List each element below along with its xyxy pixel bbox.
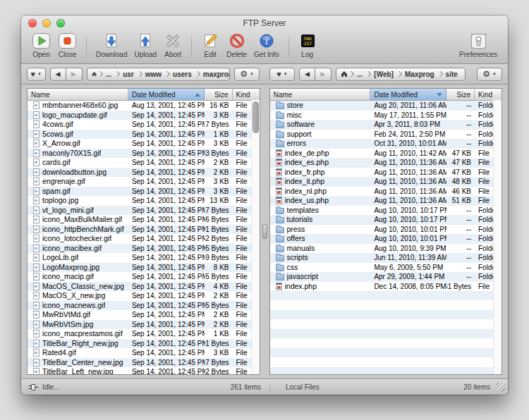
column-header-kind[interactable]: Kind bbox=[233, 89, 252, 100]
file-row[interactable]: index_fr.phpAug 11, 2010, 11:36 AM47 KBF… bbox=[270, 168, 494, 178]
panel-splitter[interactable] bbox=[260, 88, 269, 375]
column-header-kind[interactable]: Kind bbox=[475, 89, 494, 100]
file-row[interactable]: templatesAug 10, 2010, 10:17 PM--Folder bbox=[270, 206, 494, 216]
folder-icon bbox=[276, 246, 284, 252]
log-button[interactable]: PWD 257 Log bbox=[298, 32, 317, 58]
file-row[interactable]: MwRbVtSm.jpgSep 14, 2001, 12:45 PM2 KBFi… bbox=[28, 320, 252, 330]
file-row[interactable]: LogoLib.gifSep 14, 2001, 12:45 PM249 Byt… bbox=[28, 253, 252, 263]
file-row[interactable]: vt_logo_mini.gifSep 14, 2001, 12:45 PM94… bbox=[28, 206, 252, 216]
file-row[interactable]: errorsOct 31, 2010, 10:01 AM--Folder bbox=[270, 139, 494, 149]
get-info-button[interactable]: i Get Info bbox=[254, 32, 279, 58]
titlebar[interactable]: FTP Server bbox=[21, 16, 508, 31]
file-row[interactable]: javascriptApr 29, 2009, 1:44 PM--Folder bbox=[270, 272, 494, 282]
file-row[interactable]: miscMay 17, 2011, 1:55 PM--Folder bbox=[270, 111, 494, 121]
file-row[interactable]: icono_lotochecker.gifSep 14, 2001, 12:45… bbox=[28, 234, 252, 244]
left-scrollbar-thumb[interactable] bbox=[253, 101, 259, 133]
home-icon[interactable] bbox=[92, 70, 97, 78]
forward-button[interactable]: ▶ bbox=[66, 68, 83, 81]
file-row[interactable]: index_de.phpAug 11, 2010, 11:42 AM47 KBF… bbox=[270, 149, 494, 159]
close-button[interactable]: Close bbox=[58, 32, 77, 58]
open-button[interactable]: Open bbox=[32, 32, 51, 58]
file-row[interactable]: icono_macibex.gifSep 14, 2001, 12:45 PM2… bbox=[28, 244, 252, 254]
breadcrumb-item[interactable]: usr bbox=[120, 70, 137, 78]
edit-button[interactable]: Edit bbox=[201, 32, 219, 58]
favorites-menu-button[interactable]: ♥ ▼ bbox=[269, 68, 295, 81]
left-action-menu-button[interactable]: ⚙ ▼ bbox=[234, 68, 260, 81]
column-header-date-modified[interactable]: Date Modified bbox=[128, 89, 205, 100]
breadcrumb-item[interactable]: ... bbox=[103, 70, 114, 78]
file-row[interactable]: pressAug 10, 2010, 10:01 PM--Folder bbox=[270, 225, 494, 235]
file-row[interactable]: 5cows.gifSep 14, 2001, 12:45 PM1 KBFile bbox=[28, 130, 252, 140]
right-action-menu-button[interactable]: ⚙ ▼ bbox=[477, 68, 502, 81]
size-cell: 1 KB bbox=[205, 329, 233, 339]
file-row[interactable]: index_nl.phpAug 11, 2010, 11:36 AM46 KBF… bbox=[270, 187, 494, 197]
file-row[interactable]: 4cows.gifSep 14, 2001, 12:45 PM917 Bytes… bbox=[28, 120, 252, 130]
file-row[interactable]: engrenaje.gifSep 14, 2001, 12:45 PM3 KBF… bbox=[28, 177, 252, 187]
file-row[interactable]: icono_MaxBulkMailer.gifSep 14, 2001, 12:… bbox=[28, 215, 252, 225]
favorites-menu-button[interactable]: ♥ ▼ bbox=[27, 68, 46, 81]
column-header-size[interactable]: Size bbox=[205, 89, 233, 100]
file-row[interactable]: icono_macnews.gifSep 14, 2001, 12:45 PM3… bbox=[28, 301, 252, 311]
right-scrollbar[interactable] bbox=[493, 100, 501, 374]
kind-cell: Folder bbox=[475, 101, 494, 111]
file-row[interactable]: LogoMaxprog.jpgSep 14, 2001, 12:45 PM8 K… bbox=[28, 263, 252, 273]
column-header-name[interactable]: Name bbox=[28, 89, 128, 100]
file-row[interactable]: index_it.phpAug 11, 2010, 11:36 AM48 KBF… bbox=[270, 177, 494, 187]
close-window-button[interactable] bbox=[28, 19, 37, 27]
file-row[interactable]: TitleBar_Left_new.jpgSep 14, 2001, 12:45… bbox=[28, 367, 252, 374]
breadcrumb-item[interactable]: site bbox=[443, 70, 461, 78]
file-row[interactable]: cssMay 6, 2009, 5:50 PM--Folder bbox=[270, 263, 494, 273]
file-row[interactable]: mbmbanner468x60.jpgAug 13, 2001, 12:45 P… bbox=[28, 101, 252, 111]
breadcrumb-item[interactable]: Maxprog bbox=[402, 70, 437, 78]
file-row[interactable]: MwRbVtMd.gifSep 14, 2001, 12:45 PM2 KBFi… bbox=[28, 310, 252, 320]
file-row[interactable]: spam.gifSep 14, 2001, 12:45 PM3 KBFile bbox=[28, 187, 252, 197]
delete-button[interactable]: Delete bbox=[226, 32, 247, 58]
back-button[interactable]: ◀ bbox=[299, 68, 315, 81]
forward-button[interactable]: ▶ bbox=[315, 68, 332, 81]
splitter-handle-icon[interactable] bbox=[262, 224, 267, 239]
file-row[interactable]: logo_macupdate.gifSep 14, 2001, 12:45 PM… bbox=[28, 111, 252, 121]
column-header-name[interactable]: Name bbox=[270, 89, 371, 100]
left-scrollbar[interactable] bbox=[251, 100, 260, 374]
file-row[interactable]: MacOS_X_new.jpgSep 14, 2001, 12:45 PM2 K… bbox=[28, 291, 252, 301]
preferences-button[interactable]: Preferences bbox=[459, 32, 497, 58]
minimize-window-button[interactable] bbox=[42, 19, 51, 27]
file-row[interactable]: TitleBar_Center_new.jpgSep 14, 2001, 12:… bbox=[28, 358, 252, 368]
file-row[interactable]: maconly70X15.gifSep 14, 2001, 12:45 PM53… bbox=[28, 149, 252, 159]
file-row[interactable]: scriptsJun 11, 2010, 11:39 AM--Folder bbox=[270, 253, 494, 263]
file-row[interactable]: icono_macip.gifSep 14, 2001, 12:45 PM355… bbox=[28, 272, 252, 282]
breadcrumb-item[interactable]: [Web] bbox=[371, 70, 396, 78]
back-button[interactable]: ◀ bbox=[50, 68, 66, 81]
column-header-date-modified[interactable]: Date Modified bbox=[370, 89, 446, 100]
breadcrumb-item[interactable]: ... bbox=[354, 70, 365, 78]
file-row[interactable]: TitleBar_Right_new.jpgSep 14, 2001, 12:4… bbox=[28, 339, 252, 349]
breadcrumb-item[interactable]: users bbox=[170, 70, 195, 78]
file-row[interactable]: X_Arrow.gifSep 14, 2001, 12:45 PM3 KBFil… bbox=[28, 139, 252, 149]
download-button[interactable]: Download bbox=[96, 32, 127, 58]
column-header-size[interactable]: Size bbox=[446, 89, 475, 100]
file-row[interactable]: toplogo.jpgSep 14, 2001, 12:45 PM13 KBFi… bbox=[28, 196, 252, 206]
file-row[interactable]: cards.gifSep 14, 2001, 12:45 PM2 KBFile bbox=[28, 158, 252, 168]
breadcrumb-item[interactable]: www bbox=[142, 70, 164, 78]
home-icon[interactable] bbox=[341, 70, 348, 78]
file-row[interactable]: Rated4.gifSep 14, 2001, 12:45 PM3 KBFile bbox=[28, 348, 252, 358]
breadcrumb-item[interactable]: maxprog bbox=[200, 70, 230, 78]
window-resize-grip[interactable] bbox=[497, 383, 506, 392]
file-row[interactable]: index_es.phpAug 11, 2010, 11:36 AM47 KBF… bbox=[270, 158, 494, 168]
abort-button[interactable]: Abort bbox=[164, 32, 182, 58]
file-row[interactable]: downloadbutton.jpgSep 14, 2001, 12:45 PM… bbox=[28, 168, 252, 178]
file-row[interactable]: manualsAug 10, 2010, 9:39 PM--Folder bbox=[270, 244, 494, 254]
file-row[interactable]: index_us.phpAug 11, 2010, 11:36 AM51 KBF… bbox=[270, 196, 494, 206]
file-row[interactable]: tutorialsAug 10, 2010, 10:17 PM--Folder bbox=[270, 215, 494, 225]
file-row[interactable]: icono_macprestamos.gifSep 14, 2001, 12:4… bbox=[28, 329, 252, 339]
file-row[interactable]: icono_httpBenchMark.gifSep 14, 2001, 12:… bbox=[28, 225, 252, 235]
file-row[interactable]: MacOS_Classic_new.jpgSep 14, 2001, 12:45… bbox=[28, 282, 252, 292]
file-row[interactable]: supportFeb 24, 2011, 2:50 PM--Folder bbox=[270, 130, 494, 140]
file-row[interactable]: offersAug 10, 2010, 10:01 PM--Folder bbox=[270, 234, 494, 244]
upload-button[interactable]: Upload bbox=[134, 32, 157, 58]
file-row[interactable]: storeAug 20, 2011, 11:06 AM--Folder bbox=[270, 101, 494, 111]
file-row[interactable]: softwareApr 3, 2011, 8:03 PM--Folder bbox=[270, 120, 494, 130]
file-row[interactable]: index.phpDec 14, 2008, 8:05 PM841 BytesF… bbox=[270, 282, 494, 292]
file-name-text: icono_macip.gif bbox=[42, 272, 94, 282]
zoom-window-button[interactable] bbox=[56, 19, 65, 27]
